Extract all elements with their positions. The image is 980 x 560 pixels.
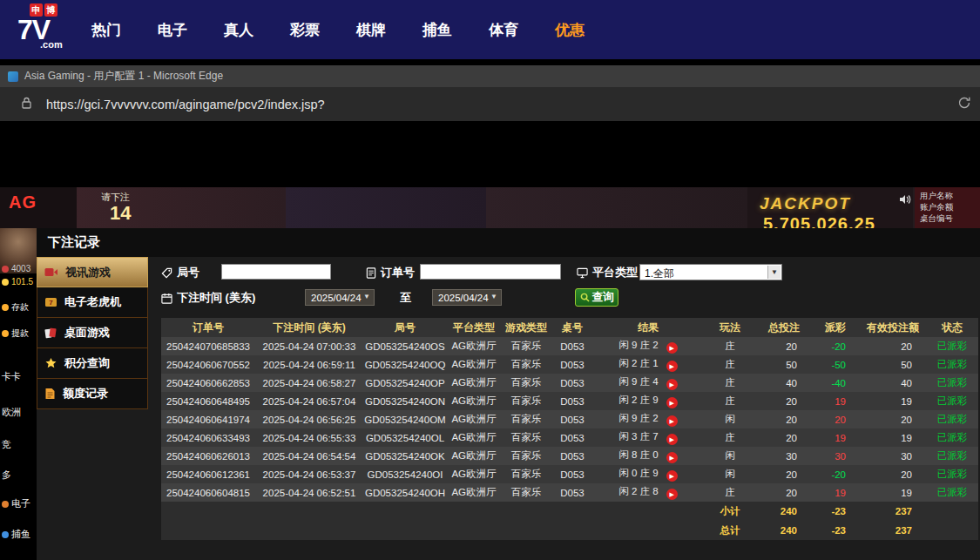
cell-result: 闲 9 庄 4 <box>593 374 703 392</box>
cell-bet: 20 <box>757 428 811 447</box>
summary-label: 小计 <box>703 502 757 521</box>
cell-result: 闲 0 庄 9 <box>593 465 703 483</box>
svg-text:7: 7 <box>49 299 53 307</box>
replay-button[interactable] <box>666 415 678 427</box>
site-logo[interactable]: 申 博 7V .com <box>17 3 73 56</box>
cell-status: 已派彩 <box>926 355 978 374</box>
replay-button[interactable] <box>666 342 678 354</box>
table-row: 2504240606484952025-04-24 06:57:04GD0532… <box>161 392 978 410</box>
cell-valid: 20 <box>860 337 926 355</box>
nav-item-hot[interactable]: 热门 <box>91 20 121 40</box>
cell-bet: 50 <box>757 355 811 374</box>
cell-valid: 19 <box>860 483 926 502</box>
replay-button[interactable] <box>666 397 678 408</box>
chevron-down-icon: ▼ <box>767 266 781 279</box>
tag-icon <box>161 267 172 279</box>
ag-logo: AG <box>9 192 77 213</box>
cell-table: D053 <box>551 355 593 374</box>
countdown-timer: 14 <box>110 202 131 225</box>
cell-play: 闲 <box>703 465 757 483</box>
cell-platform: AG欧洲厅 <box>447 374 501 392</box>
nav-item-lottery[interactable]: 彩票 <box>290 20 320 40</box>
date-from-select[interactable]: 2025/04/24 ▼ <box>305 289 375 306</box>
cell-platform: AG欧洲厅 <box>447 337 501 355</box>
cell-round: GD053254240OS <box>363 337 447 355</box>
cell-table: D053 <box>551 374 593 392</box>
cell-round: GD053254240OM <box>363 410 447 428</box>
nav-item-promo[interactable]: 优惠 <box>555 20 585 40</box>
order-input[interactable] <box>420 264 561 280</box>
nav-item-board[interactable]: 棋牌 <box>356 20 386 40</box>
replay-button[interactable] <box>666 361 678 372</box>
cell-play: 庄 <box>703 337 757 355</box>
cell-platform: AG欧洲厅 <box>447 355 501 374</box>
table-row: 2504240606705522025-04-24 06:59:11GD0532… <box>161 355 978 374</box>
cell-valid: 19 <box>860 392 926 410</box>
sidebar-item-quota-records[interactable]: 额度记录 <box>37 379 148 409</box>
cell-round: GD053254240OI <box>363 465 447 483</box>
replay-button[interactable] <box>666 379 678 390</box>
jackpot-label: JACKPOT <box>760 194 851 213</box>
cell-result: 闲 9 庄 2 <box>593 410 703 428</box>
cell-game: 百家乐 <box>501 465 551 483</box>
ag-logo-box: AG <box>0 187 77 228</box>
withdraw-icon <box>2 330 9 337</box>
cell-game: 百家乐 <box>501 447 551 465</box>
sidebar-item-slot-machines[interactable]: 7 电子老虎机 <box>37 287 148 318</box>
lobby-left-item: 存款 <box>0 301 37 314</box>
cell-status: 已派彩 <box>926 465 978 483</box>
lock-icon[interactable] <box>21 97 32 112</box>
tab-favicon <box>8 71 18 82</box>
lobby-left-item: 多 <box>0 469 37 482</box>
cell-result: 闲 8 庄 0 <box>593 447 703 465</box>
nav-item-fishing[interactable]: 捕鱼 <box>422 20 452 40</box>
nav-item-live[interactable]: 真人 <box>224 20 253 40</box>
subtotal-row: 小计240-23237 <box>161 502 978 521</box>
platform-select[interactable]: 1.全部 ▼ <box>639 264 782 280</box>
order-form-icon <box>366 267 376 279</box>
cell-bet: 40 <box>757 374 811 392</box>
cell-payout: 19 <box>811 392 860 410</box>
cell-payout: 30 <box>811 447 860 465</box>
replay-button[interactable] <box>666 489 678 500</box>
column-header: 结果 <box>593 318 703 337</box>
cell-order: 250424060662853 <box>161 374 255 392</box>
cell-valid: 40 <box>860 374 926 392</box>
club-icon <box>2 266 9 273</box>
video-icon <box>44 267 58 278</box>
cell-payout: -50 <box>811 355 860 374</box>
column-header: 局号 <box>363 318 447 337</box>
refresh-icon[interactable] <box>957 96 971 113</box>
replay-button[interactable] <box>666 470 678 482</box>
cell-payout: -20 <box>811 337 860 355</box>
cell-play: 庄 <box>703 483 757 502</box>
round-input[interactable] <box>221 264 331 280</box>
url-field[interactable]: https://gci.7vvvvvv.com/agingame/pcv2/in… <box>46 98 957 111</box>
screen: 申 博 7V .com 热门 电子 真人 彩票 棋牌 捕鱼 体育 优惠 Asia… <box>0 0 980 560</box>
deposit-icon <box>2 304 9 311</box>
cell-bet: 20 <box>757 410 811 428</box>
chrome-gap <box>0 59 980 65</box>
search-button[interactable]: 查询 <box>575 288 618 307</box>
replay-button[interactable] <box>666 452 678 463</box>
cell-platform: AG欧洲厅 <box>447 392 501 410</box>
cell-bet: 20 <box>757 337 811 355</box>
column-header: 桌号 <box>551 318 593 337</box>
summary-bet: 240 <box>757 502 811 521</box>
cell-time: 2025-04-24 07:00:33 <box>255 337 363 355</box>
date-to-select[interactable]: 2025/04/24 ▼ <box>432 289 502 306</box>
replay-button[interactable] <box>666 434 678 445</box>
nav-item-slots[interactable]: 电子 <box>158 20 187 40</box>
nav-item-sports[interactable]: 体育 <box>489 20 518 40</box>
cell-table: D053 <box>551 483 593 502</box>
sidebar-item-points-query[interactable]: 积分查询 <box>37 348 148 379</box>
summary-payout: -23 <box>811 502 860 521</box>
total-row: 总计240-23237 <box>161 521 978 540</box>
cards-icon <box>44 327 57 339</box>
cell-valid: 30 <box>860 447 926 465</box>
cell-time: 2025-04-24 06:54:54 <box>255 447 363 465</box>
cell-order: 250424060626013 <box>161 447 255 465</box>
sidebar-item-live-games[interactable]: 视讯游戏 <box>37 257 148 287</box>
sidebar-item-table-games[interactable]: 桌面游戏 <box>37 318 148 348</box>
lobby-left-item: 101.5 <box>0 277 37 287</box>
